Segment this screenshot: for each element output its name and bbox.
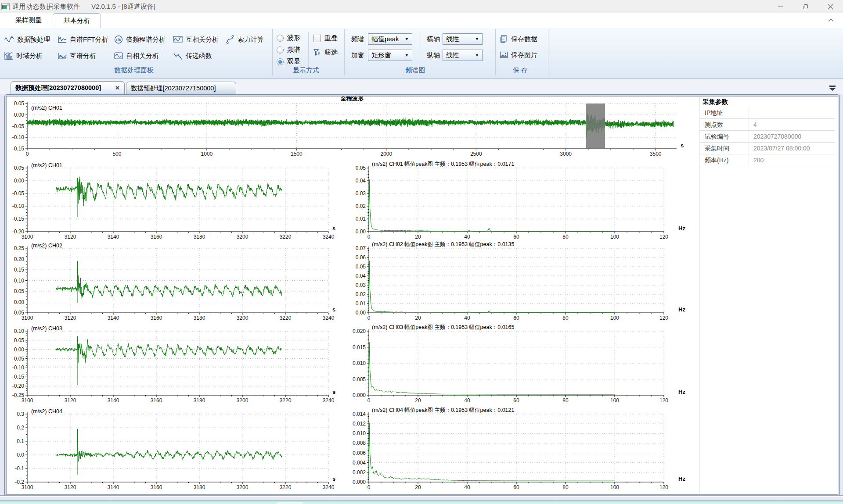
checkbox-overlap[interactable]: 重叠 [313,34,338,43]
button-transfer-function[interactable]: 15 传递函数 [173,50,212,61]
tick-label: -0.10 [12,365,25,371]
radio-dual-display-circle [277,58,284,65]
axis-unit-label: Hz [678,475,685,482]
button-cross-correlation[interactable]: 互相关分析 [173,34,219,45]
button-label: 互相关分析 [186,36,219,44]
tick-label: 80 [562,397,569,404]
doc-tab-2[interactable]: 数据预处理[20230727150000] [126,82,236,94]
button-cable-force[interactable]: 索力计算 [226,34,264,45]
doc-tab-label: 数据预处理[20230727150000] [131,84,216,93]
tick-label: 20 [415,397,421,404]
tick-label: 0.05 [14,165,25,171]
button-cross-spectrum[interactable]: 互谱分析 [58,50,96,61]
tick-label: 3220 [280,484,292,490]
chart-time-ch02[interactable]: 310031203140316031803200322032400.250.20… [7,239,342,324]
ribbon-tab-sampling[interactable]: 采样测量 [4,13,53,27]
button-octave-spectrum[interactable]: 倍频程谱分析 [114,34,166,45]
button-save-image[interactable]: 保存图片 [500,49,537,61]
restore-icon [803,4,808,10]
param-value [749,107,835,118]
tick-label: 60 [513,397,519,404]
tick-label: -0.05 [12,190,25,197]
tick-label: 20 [415,484,421,490]
param-row-test-id[interactable]: 试验编号 20230727080000 [700,131,835,143]
selection-region[interactable] [586,104,605,149]
button-auto-spectrum-fft[interactable]: 自谱FFT分析 [58,34,108,45]
field-label: 频谱 [351,35,368,43]
param-label: 试验编号 [700,131,749,142]
close-icon [828,4,833,10]
chart-spectrum-ch03[interactable]: 0204060801001200.0200.0150.0100.0050.000… [346,322,695,407]
y-axis-scale-dropdown[interactable]: 线性 ▼ [443,50,483,61]
collapse-ribbon-icon[interactable] [828,17,834,23]
close-tab-icon[interactable]: ✕ [115,85,120,91]
octave-spectrum-icon [114,35,123,44]
param-value: 200 [749,154,835,166]
waveform-trace [369,423,615,481]
transfer-function-icon: 15 [173,51,183,60]
param-label: 测点数 [700,119,749,130]
radio-spectrum[interactable]: 频谱 [277,46,300,54]
axis-unit-label: s [332,306,335,313]
button-data-preprocess[interactable]: 数据预处理 [4,34,50,45]
button-time-domain[interactable]: 时域分析 [4,50,43,61]
tick-label: 0.10 [14,328,25,334]
window-type-dropdown[interactable]: 矩形窗 ▼ [368,50,412,61]
tick-label: 0.010 [353,360,366,366]
chart-header: (m/s2) CH01 幅值peak图 主频：0.1953 幅值peak：0.0… [372,161,514,167]
chart-spectrum-ch02[interactable]: 0204060801001200.070.060.050.040.030.020… [346,239,695,324]
group-label-processing: 数据处理面板 [57,66,211,74]
param-row-points[interactable]: 测点数 4 [700,119,835,131]
tick-label: 0.00 [14,347,25,353]
app-window: 通用动态数据采集软件 V2.0.1.5 - [8通道设备] 采样测量 基本分析 … [0,0,843,504]
window-title: 通用动态数据采集软件 [12,3,80,11]
chart-spectrum-ch01[interactable]: 0204060801001200.050.040.030.020.010.00(… [346,159,695,243]
param-row-frequency[interactable]: 频率(Hz) 200 [700,154,835,166]
param-value: 4 [749,119,835,130]
field-y-axis-scale: 纵轴 线性 ▼ [427,50,483,61]
minimize-button[interactable] [768,0,793,13]
chart-time-ch04[interactable]: 310031203140316031803200322032400.30.20.… [7,405,342,493]
minimize-icon [778,4,783,10]
app-icon [1,3,10,10]
radio-dual-display[interactable]: 双显 [277,57,300,66]
param-row-ip[interactable]: IP地址 [700,107,835,119]
tick-label: 0.05 [356,264,366,270]
radio-label: 双显 [287,57,300,66]
radio-waveform[interactable]: 波形 [277,34,300,42]
chart-spectrum-ch04[interactable]: 0204060801001200.0140.0120.0100.0080.006… [346,405,695,493]
tick-label: 0 [367,484,371,490]
tick-label: 20 [415,315,421,321]
tick-label: 3160 [151,315,162,321]
ribbon: 数据预处理 自谱FFT分析 倍频程谱分析 互相关分析 索力计算 时域分析 互谱分… [0,27,843,79]
param-row-time[interactable]: 采集时间 2023/07/27 08:00:00 [700,143,835,154]
taskbar-button-edge [277,502,303,504]
tick-label: -0.1 [15,465,24,472]
svg-text:1: 1 [173,51,175,54]
button-label: 保存数据 [511,35,537,43]
button-auto-correlation[interactable]: 自相关分析 [114,50,159,61]
collapse-panel-icon[interactable] [829,86,836,91]
chart-time-ch03[interactable]: 310031203140316031803200322032400.100.05… [7,322,342,407]
tick-label: 3140 [108,397,119,404]
doc-tab-1[interactable]: 数据预处理[20230727080000] ✕ [11,81,125,94]
cross-correlation-icon [173,35,183,44]
group-label-save: 保 存 [494,66,547,74]
close-button[interactable] [818,0,843,13]
restore-button[interactable] [793,0,818,13]
tick-label: 100 [610,315,619,321]
tick-label: 0.002 [353,469,366,475]
chart-overview-waveform[interactable]: 05001000150020002500300035000.050.00-0.0… [7,97,685,159]
chart-time-ch01[interactable]: 310031203140316031803200322032400.050.00… [7,159,342,243]
button-filter[interactable]: 筛选 [313,48,338,57]
spectrum-type-dropdown[interactable]: 幅值peak ▼ [368,33,412,45]
tick-label: 0.10 [14,278,25,284]
save-data-icon [500,35,508,43]
tick-label: 0.020 [353,328,366,334]
dropdown-value: 线性 [446,51,459,60]
ribbon-tab-analysis[interactable]: 基本分析 [53,13,101,28]
button-save-data[interactable]: 保存数据 [500,33,537,45]
x-axis-scale-dropdown[interactable]: 线性 ▼ [443,33,483,45]
tick-label: 500 [112,151,121,157]
tick-label: 0.00 [14,178,25,184]
